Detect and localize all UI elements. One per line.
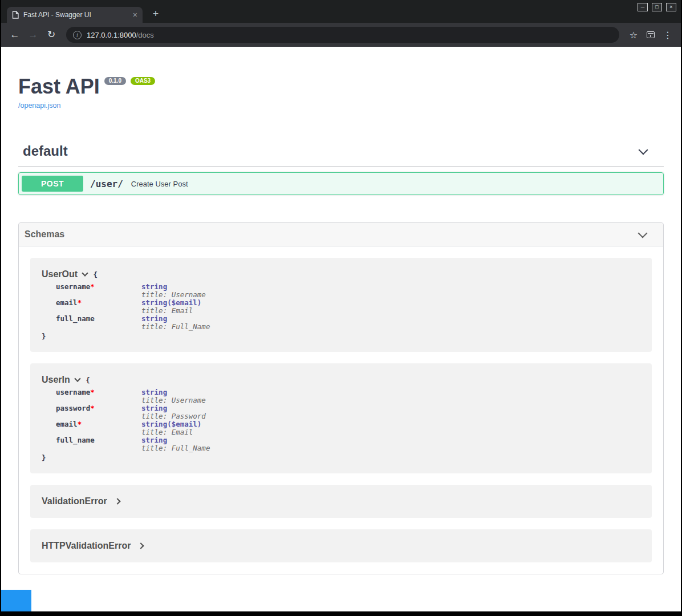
apps-grid-icon[interactable] xyxy=(643,27,658,42)
close-button[interactable]: × xyxy=(666,3,676,11)
property-title: title: Username xyxy=(141,396,206,404)
maximize-button[interactable]: □ xyxy=(652,3,662,11)
property-title: title: Full_Name xyxy=(141,323,210,331)
required-star: * xyxy=(78,298,82,307)
openapi-json-link[interactable]: /openapi.json xyxy=(18,102,60,110)
model-httpvalidationerror-toggle[interactable]: HTTPValidationError xyxy=(42,541,143,551)
model-userout-toggle[interactable]: UserOut xyxy=(42,269,87,279)
apps-glyph xyxy=(647,31,655,38)
chevron-down-icon xyxy=(639,145,648,155)
window-controls: ─ □ × xyxy=(638,3,676,11)
model-userin-toggle[interactable]: UserIn xyxy=(42,375,80,385)
address-bar[interactable]: i 127.0.0.1:8000/docs xyxy=(66,27,619,43)
model-name: ValidationError xyxy=(42,496,107,506)
property-title: title: Email xyxy=(141,428,201,436)
property-row: full_name string title: Full_Name xyxy=(56,436,640,452)
property-list: username* string title: Username email* … xyxy=(56,283,640,331)
oas3-badge: OAS3 xyxy=(131,77,155,85)
property-title: title: Password xyxy=(141,412,206,420)
operation-path: /user/ xyxy=(90,179,123,189)
forward-icon[interactable]: → xyxy=(25,27,41,43)
required-star: * xyxy=(78,420,82,428)
bookmark-star-icon[interactable]: ☆ xyxy=(626,27,641,42)
api-info: Fast API 0.1.0 OAS3 /openapi.json xyxy=(18,47,664,110)
required-star: * xyxy=(90,404,95,412)
model-validationerror-toggle[interactable]: ValidationError xyxy=(42,496,120,506)
version-badge: 0.1.0 xyxy=(104,77,126,85)
chevron-down-icon xyxy=(82,270,88,276)
property-value: string title: Password xyxy=(141,404,206,420)
property-row: username* string title: Username xyxy=(56,283,640,299)
property-value: string($email) title: Email xyxy=(141,420,201,436)
property-name: username* xyxy=(56,283,141,299)
close-brace: } xyxy=(42,453,640,462)
url-path: /docs xyxy=(136,31,154,39)
browser-tab[interactable]: Fast API - Swagger UI × xyxy=(7,7,143,23)
property-name: full_name xyxy=(56,315,141,331)
property-row: full_name string title: Full_Name xyxy=(56,315,640,331)
close-brace: } xyxy=(42,332,640,341)
property-row: email* string($email) title: Email xyxy=(56,420,640,436)
schemas-section: Schemas UserOut { xyxy=(18,222,664,574)
model-httpvalidationerror: HTTPValidationError xyxy=(30,529,652,562)
default-section-toggle[interactable]: default xyxy=(18,137,664,167)
url-text: 127.0.0.1:8000/docs xyxy=(87,31,154,39)
default-tag-section: default POST /user/ Create User Post xyxy=(18,137,664,195)
property-name: email* xyxy=(56,420,141,436)
required-star: * xyxy=(90,282,95,291)
property-type: string xyxy=(141,315,210,323)
property-value: string($email) title: Email xyxy=(141,299,201,315)
schemas-title: Schemas xyxy=(25,229,64,240)
chevron-down-icon xyxy=(638,228,648,238)
model-name: UserOut xyxy=(42,269,78,279)
property-title: title: Email xyxy=(141,307,201,315)
page-title: Fast API 0.1.0 OAS3 xyxy=(18,76,664,97)
open-brace: { xyxy=(86,376,90,384)
model-name: HTTPValidationError xyxy=(42,541,131,551)
post-method-badge: POST xyxy=(22,176,83,192)
reload-icon[interactable]: ↻ xyxy=(43,27,59,43)
property-type: string xyxy=(141,404,206,412)
api-title-text: Fast API xyxy=(18,76,100,97)
model-validationerror: ValidationError xyxy=(30,485,652,518)
property-type: string xyxy=(141,283,206,291)
browser-window: Fast API - Swagger UI × + ─ □ × ← → ↻ i … xyxy=(0,0,682,616)
property-row: password* string title: Password xyxy=(56,404,640,420)
menu-dots-icon[interactable]: ⋮ xyxy=(660,27,675,42)
model-head: UserIn { xyxy=(42,375,640,385)
model-userout: UserOut { username* string title: Userna… xyxy=(30,258,652,352)
post-user-operation[interactable]: POST /user/ Create User Post xyxy=(18,172,664,195)
tab-close-icon[interactable]: × xyxy=(133,11,137,19)
site-info-icon[interactable]: i xyxy=(73,31,82,39)
operation-summary: Create User Post xyxy=(131,180,188,188)
tab-title: Fast API - Swagger UI xyxy=(23,11,128,19)
title-bar: Fast API - Swagger UI × + ─ □ × xyxy=(1,0,681,23)
back-icon[interactable]: ← xyxy=(7,27,23,43)
property-type: string xyxy=(141,436,210,444)
required-star: * xyxy=(90,388,95,396)
tag-name: default xyxy=(23,143,68,159)
property-row: email* string($email) title: Email xyxy=(56,299,640,315)
property-row: username* string title: Username xyxy=(56,388,640,404)
chevron-down-icon xyxy=(74,375,80,382)
property-name: full_name xyxy=(56,436,141,452)
property-type: string($email) xyxy=(141,420,201,428)
new-tab-button[interactable]: + xyxy=(148,7,163,22)
property-type: string xyxy=(141,388,206,396)
property-type: string($email) xyxy=(141,299,201,307)
schemas-toggle[interactable]: Schemas xyxy=(19,223,663,246)
url-host: 127.0.0.1:8000 xyxy=(87,31,136,39)
chevron-right-icon xyxy=(138,542,144,549)
property-value: string title: Username xyxy=(141,388,206,404)
property-value: string title: Username xyxy=(141,283,206,299)
chevron-right-icon xyxy=(114,498,120,504)
property-name: password* xyxy=(56,404,141,420)
property-name: username* xyxy=(56,388,141,404)
property-value: string title: Full_Name xyxy=(141,436,210,452)
schemas-body: UserOut { username* string title: Userna… xyxy=(19,246,663,574)
open-brace: { xyxy=(94,270,98,279)
property-title: title: Full_Name xyxy=(141,444,210,452)
swagger-page: Fast API 0.1.0 OAS3 /openapi.json defaul… xyxy=(1,47,681,611)
model-userin: UserIn { username* string title: Usernam… xyxy=(30,363,652,473)
minimize-button[interactable]: ─ xyxy=(638,3,648,11)
